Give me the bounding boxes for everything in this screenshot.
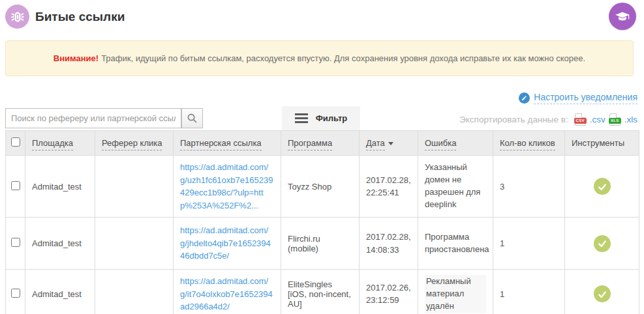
search-icon — [187, 113, 198, 124]
cell-program: EliteSingles [iOS, non-incent, AU] — [281, 270, 360, 314]
configure-notifications-link[interactable]: Настроить уведомления — [519, 92, 637, 104]
cell-platform: Admitad_test — [25, 218, 95, 270]
cell-date: 2017.02.26, 23:12:59 — [360, 270, 418, 314]
cell-clicks: 1 — [493, 218, 565, 270]
cell-referrer — [95, 270, 174, 314]
column-header-date[interactable]: Дата — [366, 138, 385, 150]
select-all-checkbox[interactable] — [11, 137, 20, 147]
cell-clicks: 3 — [493, 156, 565, 218]
export-csv-link[interactable]: .csv — [590, 115, 606, 124]
affiliate-link[interactable]: https://ad.admitad.com/g/uzh1fc61oxb7e16… — [180, 162, 273, 210]
broken-links-table: Площадка Реферер клика Партнерская ссылк… — [5, 130, 639, 314]
filter-label: Фильтр — [316, 113, 348, 123]
warning-text: Трафик, идущий по битым ссылкам, расходу… — [101, 53, 585, 63]
cell-date: 2017.02.28, 14:08:33 — [360, 218, 418, 270]
table-row: Admitad_test https://ad.admitad.com/g/it… — [6, 270, 639, 314]
page-title: Битые ссылки — [35, 10, 125, 24]
column-header-program[interactable]: Программа — [288, 138, 332, 150]
cell-date: 2017.02.28, 22:25:41 — [360, 156, 418, 218]
filter-button[interactable]: Фильтр — [282, 106, 360, 130]
resolved-check-icon[interactable] — [594, 178, 611, 195]
resolved-check-icon[interactable] — [594, 285, 611, 302]
csv-file-icon: CSV — [575, 113, 586, 126]
table-header-row: Площадка Реферер клика Партнерская ссылк… — [6, 131, 639, 156]
row-checkbox[interactable] — [11, 238, 20, 247]
table-row: Admitad_test https://ad.admitad.com/g/uz… — [6, 156, 639, 218]
configure-notifications-label: Настроить уведомления — [534, 92, 637, 104]
affiliate-link[interactable]: https://ad.admitad.com/g/it7o4olxkob7e16… — [180, 276, 273, 311]
sort-desc-icon — [388, 142, 393, 145]
export-xls-link[interactable]: .xls — [624, 115, 637, 124]
broken-link-icon — [5, 5, 29, 29]
resolved-check-icon[interactable] — [594, 235, 611, 252]
cell-error: Рекламный материал удалён — [425, 275, 486, 313]
hamburger-icon — [295, 113, 308, 123]
cell-platform: Admitad_test — [25, 270, 95, 314]
table-row: Admitad_test https://ad.admitad.com/g/jh… — [6, 218, 639, 270]
export-bar: Экспортировать данные в: CSV .csv XLS .x… — [459, 113, 637, 126]
cell-referrer — [95, 218, 174, 270]
cell-error: Программа приостановлена — [418, 218, 493, 270]
row-checkbox[interactable] — [11, 289, 20, 298]
search-button[interactable] — [181, 108, 203, 128]
xls-file-icon: XLS — [609, 113, 621, 126]
column-header-referrer[interactable]: Реферер клика — [102, 138, 162, 150]
affiliate-link[interactable]: https://ad.admitad.com/g/jhdelto4qib7e16… — [180, 225, 271, 261]
row-checkbox[interactable] — [11, 181, 20, 190]
cell-platform: Admitad_test — [25, 156, 95, 218]
cell-program: Toyzz Shop — [281, 156, 360, 218]
cell-program: Flirchi.ru (mobile) — [281, 218, 360, 270]
warning-banner: Внимание!Трафик, идущий по битым ссылкам… — [5, 40, 634, 76]
column-header-tools: Инструменты — [572, 138, 624, 148]
warning-label: Внимание! — [54, 53, 99, 63]
cell-clicks: 1 — [493, 270, 565, 314]
broken-links-page: Битые ссылки Внимание!Трафик, идущий по … — [0, 0, 644, 314]
column-header-clicks[interactable]: Кол-во кликов — [500, 138, 555, 150]
search-input[interactable] — [5, 108, 181, 128]
export-label: Экспортировать данные в: — [459, 115, 568, 124]
pencil-icon — [519, 93, 530, 104]
column-header-link[interactable]: Партнерская ссылка — [180, 138, 262, 150]
cell-referrer — [95, 156, 174, 218]
education-help-icon[interactable] — [609, 3, 636, 30]
column-header-error[interactable]: Ошибка — [425, 138, 456, 150]
cell-error: Указанный домен не разрешен для deeplink — [418, 156, 493, 218]
column-header-platform[interactable]: Площадка — [32, 138, 73, 150]
